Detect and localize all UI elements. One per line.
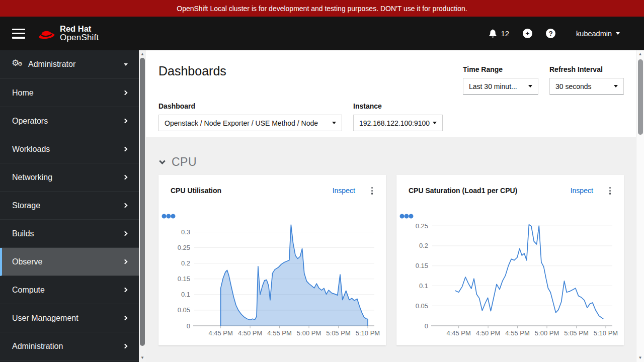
help-button[interactable]: ? — [546, 29, 555, 38]
chevron-right-icon — [123, 231, 128, 236]
scroll-up-arrow[interactable]: ▲ — [636, 52, 644, 57]
brand-logo[interactable]: Red Hat OpenShift — [38, 25, 99, 42]
caret-down-icon — [614, 85, 618, 87]
dashboard-group: Dashboard Openstack / Node Exporter / US… — [158, 102, 342, 131]
legend-dots-icon[interactable] — [171, 214, 176, 219]
legend-dots-icon[interactable] — [167, 214, 171, 219]
sidebar-nav: HomeOperatorsWorkloadsNetworkingStorageB… — [0, 79, 139, 360]
notifications-count: 12 — [501, 29, 509, 38]
page-header: Dashboards Time Range Last 30 minut... R… — [146, 50, 636, 137]
scrollbar-thumb[interactable] — [638, 59, 643, 135]
page-scrollbar[interactable]: ▲ ▼ — [636, 50, 644, 362]
y-tick-label: 0.05 — [178, 306, 190, 314]
caret-down-icon — [332, 122, 336, 124]
legend-dots-icon[interactable] — [162, 214, 167, 219]
bell-icon — [489, 29, 497, 38]
y-tick-label: 0.2 — [181, 259, 190, 267]
y-tick-label: 0.05 — [416, 302, 428, 310]
sidebar-item-label: User Management — [12, 314, 123, 323]
sidebar-scrollbar[interactable]: ▲ ▼ — [139, 50, 146, 362]
time-range-label: Time Range — [463, 65, 538, 73]
x-tick-label: 4:55 PM — [267, 329, 291, 337]
perspective-switcher[interactable]: ⚙⚙ Administrator — [0, 50, 139, 79]
banner-text: OpenShift Local cluster is for developme… — [177, 5, 467, 13]
sidebar-item-networking[interactable]: Networking — [0, 163, 139, 192]
sidebar-item-label: Compute — [12, 286, 123, 295]
scroll-down-arrow[interactable]: ▼ — [139, 355, 146, 360]
add-button[interactable]: + — [523, 29, 532, 38]
legend-dots-icon[interactable] — [405, 214, 409, 219]
x-tick-label: 5:00 PM — [297, 329, 321, 337]
sidebar-item-workloads[interactable]: Workloads — [0, 135, 139, 163]
x-tick-label: 4:55 PM — [505, 329, 529, 337]
x-tick-label: 5:10 PM — [356, 329, 380, 337]
kebab-icon[interactable] — [608, 186, 612, 196]
legend-dots-icon[interactable] — [400, 214, 405, 219]
x-tick-label: 4:50 PM — [238, 329, 262, 337]
x-tick-label: 5:00 PM — [535, 329, 559, 337]
main-content: Dashboards Time Range Last 30 minut... R… — [146, 50, 636, 362]
brand-line2: OpenShift — [60, 33, 99, 42]
sidebar-item-observe[interactable]: Observe — [0, 248, 139, 276]
y-tick-label: 0.1 — [181, 291, 190, 298]
cluster-warning-banner: OpenShift Local cluster is for developme… — [0, 0, 644, 17]
sidebar-item-label: Networking — [12, 173, 123, 182]
cogs-icon: ⚙⚙ — [12, 59, 23, 69]
masthead-utilities: 12 + ? kubeadmin — [489, 29, 620, 38]
scroll-down-arrow[interactable]: ▼ — [636, 355, 644, 360]
cpu-section-toggle[interactable]: CPU — [160, 155, 197, 169]
sidebar-item-compute[interactable]: Compute — [0, 276, 139, 304]
caret-down-icon — [433, 122, 437, 124]
sidebar-item-user-management[interactable]: User Management — [0, 304, 139, 332]
y-tick-label: 0.25 — [178, 244, 190, 251]
instance-select[interactable]: 192.168.122.100:9100 — [353, 115, 443, 131]
chevron-right-icon — [123, 175, 128, 180]
x-tick-label: 4:50 PM — [476, 329, 500, 337]
dashboard-label: Dashboard — [158, 102, 342, 110]
scroll-up-arrow[interactable]: ▲ — [139, 52, 146, 57]
y-tick-label: 0 — [425, 322, 428, 330]
username: kubeadmin — [576, 30, 612, 38]
sidebar-item-storage[interactable]: Storage — [0, 192, 139, 220]
time-range-select[interactable]: Last 30 minut... — [463, 78, 538, 95]
x-tick-label: 4:45 PM — [446, 329, 470, 337]
y-tick-label: 0.2 — [419, 242, 428, 249]
card-title: CPU Utilisation — [171, 187, 333, 195]
refresh-interval-label: Refresh Interval — [549, 65, 624, 73]
sidebar-item-administration[interactable]: Administration — [0, 332, 139, 360]
sidebar-item-builds[interactable]: Builds — [0, 220, 139, 248]
y-tick-label: 0.3 — [181, 228, 190, 236]
legend-dots-icon[interactable] — [409, 214, 414, 219]
instance-label: Instance — [353, 102, 443, 110]
dashboard-select[interactable]: Openstack / Node Exporter / USE Method /… — [158, 115, 342, 131]
chevron-right-icon — [123, 90, 128, 96]
scrollbar-thumb[interactable] — [140, 58, 145, 346]
series-line — [455, 225, 604, 319]
chevron-right-icon — [123, 259, 128, 264]
hamburger-icon — [12, 29, 25, 31]
sidebar-item-home[interactable]: Home — [0, 79, 139, 107]
y-tick-label: 0.25 — [416, 222, 428, 230]
sidebar: ⚙⚙ Administrator HomeOperatorsWorkloadsN… — [0, 50, 139, 362]
notifications-button[interactable]: 12 — [489, 29, 509, 38]
inspect-link[interactable]: Inspect — [333, 187, 355, 195]
refresh-interval-select[interactable]: 30 seconds — [549, 78, 624, 95]
user-menu[interactable]: kubeadmin — [576, 30, 620, 38]
page-body: CPU CPU Utilisation Inspect 00.050.10.15… — [146, 137, 636, 362]
chevron-down-icon — [159, 158, 166, 164]
x-tick-label: 4:45 PM — [208, 329, 232, 337]
inspect-link[interactable]: Inspect — [571, 187, 593, 195]
kebab-icon[interactable] — [370, 186, 374, 196]
sidebar-item-operators[interactable]: Operators — [0, 107, 139, 135]
cpu-saturation-card: CPU Saturation (Load1 per CPU) Inspect 0… — [396, 175, 624, 345]
y-tick-label: 0.1 — [419, 282, 428, 290]
chevron-right-icon — [123, 147, 128, 152]
cpu-utilisation-card: CPU Utilisation Inspect 00.050.10.150.20… — [158, 175, 386, 345]
y-tick-label: 0 — [187, 322, 190, 330]
chevron-right-icon — [123, 316, 128, 321]
caret-down-icon — [616, 32, 620, 35]
sidebar-item-label: Builds — [12, 229, 123, 238]
nav-toggle-button[interactable] — [12, 29, 25, 39]
x-tick-label: 5:05 PM — [326, 329, 350, 337]
plus-circle-icon: + — [523, 29, 532, 38]
